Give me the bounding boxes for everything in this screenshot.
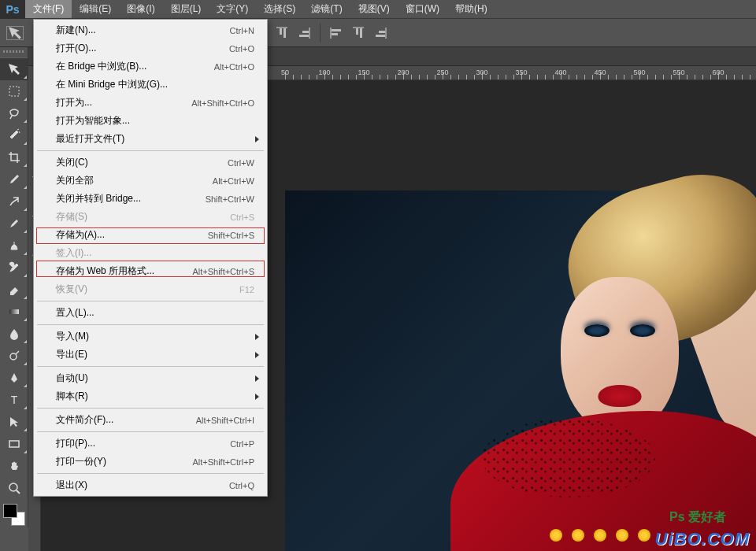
menu-5[interactable]: 选择(S) <box>256 0 303 18</box>
brush-tool[interactable] <box>0 213 28 235</box>
svg-rect-43 <box>379 31 385 33</box>
menu-6[interactable]: 滤镜(T) <box>303 0 350 18</box>
path-selection-tool[interactable] <box>0 411 28 433</box>
clone-stamp-tool[interactable] <box>0 235 28 257</box>
ruler-tick-label: 600 <box>712 68 724 76</box>
menu-item-9[interactable]: 关闭全部Alt+Ctrl+W <box>34 172 267 190</box>
align-button-1-4[interactable] <box>272 24 291 43</box>
menu-item-30[interactable]: 退出(X)Ctrl+Q <box>34 476 267 494</box>
menu-item-label: 关闭(C) <box>56 156 88 169</box>
menu-item-12[interactable]: 存储为(A)...Shift+Ctrl+S <box>34 226 267 244</box>
menu-3[interactable]: 图层(L) <box>163 0 209 18</box>
align-button-1-5[interactable] <box>295 24 313 43</box>
menu-item-shortcut: Alt+Shift+Ctrl+S <box>192 267 254 276</box>
menu-item-label: 打开为... <box>56 96 92 109</box>
dodge-tool[interactable] <box>0 345 28 367</box>
rectangle-tool-icon <box>7 437 21 451</box>
zoom-tool[interactable] <box>0 477 28 499</box>
lips <box>598 385 642 407</box>
marquee-tool-icon <box>7 84 21 98</box>
menu-item-label: 存储为 Web 所用格式... <box>56 264 154 278</box>
move-tool[interactable] <box>0 58 28 80</box>
align-button-2-2[interactable] <box>371 24 390 43</box>
menu-item-4[interactable]: 打开为...Alt+Shift+Ctrl+O <box>34 94 267 112</box>
tool-preset-picker[interactable] <box>6 26 24 40</box>
menu-item-27[interactable]: 打印(P)...Ctrl+P <box>34 435 267 453</box>
menu-4[interactable]: 文字(Y) <box>209 0 256 18</box>
menu-item-label: 恢复(V) <box>56 283 87 296</box>
ruler-tick-label: 350 <box>515 68 527 76</box>
lace-detail <box>482 419 655 497</box>
menu-1[interactable]: 编辑(E) <box>72 0 119 18</box>
menu-8[interactable]: 窗口(W) <box>398 0 447 18</box>
submenu-arrow-icon <box>255 136 259 142</box>
lasso-tool[interactable] <box>0 102 28 124</box>
menu-separator <box>37 301 264 301</box>
crop-tool[interactable] <box>0 146 28 168</box>
eraser-tool[interactable] <box>0 279 28 301</box>
menu-item-22[interactable]: 自动(U) <box>34 369 267 387</box>
menu-item-10[interactable]: 关闭并转到 Bridge...Shift+Ctrl+W <box>34 190 267 208</box>
menu-item-14[interactable]: 存储为 Web 所用格式...Alt+Shift+Ctrl+S <box>34 262 267 280</box>
blur-tool[interactable] <box>0 323 28 345</box>
menu-9[interactable]: 帮助(H) <box>447 0 495 18</box>
menu-item-17[interactable]: 置入(L)... <box>34 304 267 322</box>
menu-item-28[interactable]: 打印一份(Y)Alt+Shift+Ctrl+P <box>34 453 267 471</box>
menu-item-shortcut: Ctrl+P <box>230 439 254 449</box>
align-button-2-1[interactable] <box>349 24 368 43</box>
right-eye <box>630 324 655 337</box>
menu-0[interactable]: 文件(F) <box>25 0 72 18</box>
foreground-color[interactable] <box>3 504 17 518</box>
pen-tool[interactable] <box>0 367 28 389</box>
watermark-badge: Ps 爱好者 <box>669 509 726 526</box>
menubar: Ps 文件(F)编辑(E)图像(I)图层(L)文字(Y)选择(S)滤镜(T)视图… <box>0 0 756 19</box>
menu-2[interactable]: 图像(I) <box>119 0 162 18</box>
menu-item-25[interactable]: 文件简介(F)...Alt+Shift+Ctrl+I <box>34 411 267 429</box>
move-tool-icon <box>7 25 23 41</box>
svg-rect-40 <box>356 28 358 35</box>
menu-item-11: 存储(S)Ctrl+S <box>34 208 267 226</box>
menu-item-8[interactable]: 关闭(C)Ctrl+W <box>34 153 267 172</box>
tools-panel-grip[interactable] <box>0 47 28 58</box>
menu-item-label: 存储为(A)... <box>56 228 105 242</box>
svg-rect-42 <box>376 35 385 37</box>
svg-point-51 <box>9 483 17 491</box>
gradient-tool[interactable] <box>0 301 28 323</box>
menu-item-shortcut: Ctrl+S <box>230 213 254 222</box>
align-button-2-0[interactable] <box>327 24 346 43</box>
menu-item-shortcut: Alt+Shift+Ctrl+P <box>192 457 254 467</box>
clone-stamp-tool-icon <box>7 239 21 253</box>
svg-point-47 <box>10 353 17 360</box>
history-brush-tool[interactable] <box>0 257 28 279</box>
menu-item-shortcut: Ctrl+Q <box>229 481 254 490</box>
svg-rect-31 <box>280 28 282 35</box>
menu-item-label: 自动(U) <box>56 372 88 385</box>
menu-7[interactable]: 视图(V) <box>350 0 398 18</box>
menu-item-5[interactable]: 打开为智能对象... <box>34 112 267 130</box>
type-tool[interactable]: T <box>0 389 28 411</box>
path-selection-tool-icon <box>7 415 21 429</box>
healing-brush-tool[interactable] <box>0 190 28 213</box>
hand-tool[interactable] <box>0 455 28 477</box>
menu-item-2[interactable]: 在 Bridge 中浏览(B)...Alt+Ctrl+O <box>34 57 267 76</box>
menu-item-1[interactable]: 打开(O)...Ctrl+O <box>34 39 267 57</box>
menu-item-label: 脚本(R) <box>56 390 88 403</box>
menu-item-3[interactable]: 在 Mini Bridge 中浏览(G)... <box>34 76 267 94</box>
menu-item-shortcut: Shift+Ctrl+S <box>208 231 254 240</box>
menu-item-20[interactable]: 导出(E) <box>34 346 267 364</box>
ruler-tick-label: 50 <box>281 68 289 76</box>
eyedropper-tool[interactable] <box>0 168 28 190</box>
marquee-tool[interactable] <box>0 80 28 102</box>
svg-rect-50 <box>9 441 19 447</box>
file-menu-dropdown[interactable]: 新建(N)...Ctrl+N打开(O)...Ctrl+O在 Bridge 中浏览… <box>33 19 268 497</box>
menu-item-23[interactable]: 脚本(R) <box>34 387 267 405</box>
menu-item-shortcut: Alt+Shift+Ctrl+O <box>191 98 254 108</box>
document-canvas[interactable]: Ps 爱好者 UiBO.COM <box>285 190 756 551</box>
menu-item-6[interactable]: 最近打开文件(T) <box>34 130 267 148</box>
menu-item-label: 关闭并转到 Bridge... <box>56 192 141 205</box>
menu-item-0[interactable]: 新建(N)...Ctrl+N <box>34 21 267 39</box>
menu-item-19[interactable]: 导入(M) <box>34 327 267 346</box>
magic-wand-tool[interactable] <box>0 124 28 146</box>
rectangle-tool[interactable] <box>0 433 28 455</box>
color-swatches[interactable] <box>0 502 28 527</box>
